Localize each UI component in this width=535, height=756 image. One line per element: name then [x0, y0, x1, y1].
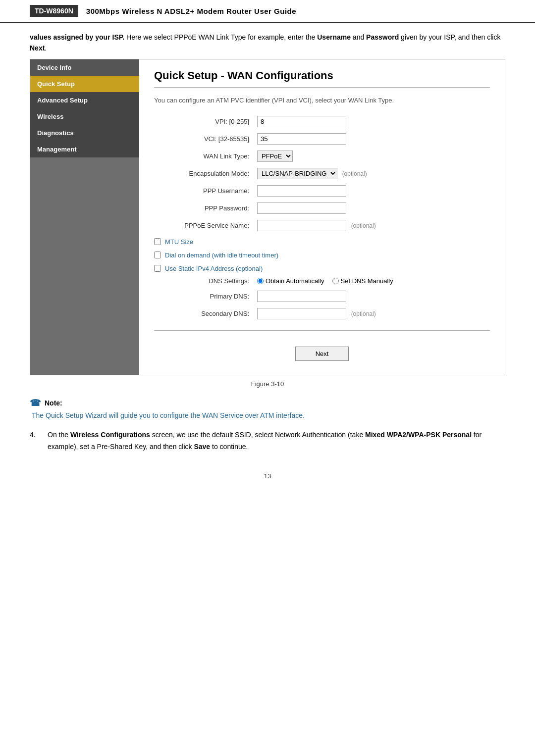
- sidebar-item-quick-setup[interactable]: Quick Setup: [30, 76, 139, 92]
- pppoe-service-optional: (optional): [351, 222, 376, 229]
- mtu-label: MTU Size: [165, 238, 193, 246]
- vci-value-cell: [253, 130, 490, 148]
- dns-radio-row: Obtain Automatically Set DNS Manually: [257, 277, 486, 285]
- page-title: Quick Setup - WAN Configurations: [154, 69, 490, 88]
- encap-value-cell: LLC/SNAP-BRIDGING (optional): [253, 165, 490, 182]
- intro-text-2: Here we select PPPoE WAN Link Type for e…: [124, 33, 317, 41]
- step-bold-2: Mixed WPA2/WPA-PSK Personal: [365, 431, 472, 439]
- encap-row: Encapsulation Mode: LLC/SNAP-BRIDGING (o…: [154, 165, 490, 182]
- note-icon: ☎: [30, 398, 41, 408]
- encap-label: Encapsulation Mode:: [154, 165, 253, 182]
- vci-row: VCI: [32-65535]: [154, 130, 490, 148]
- dns-auto-radio[interactable]: [257, 278, 264, 284]
- encap-select[interactable]: LLC/SNAP-BRIDGING: [257, 168, 337, 179]
- dns-auto-label[interactable]: Obtain Automatically: [257, 277, 324, 285]
- secondary-dns-value-cell: (optional): [253, 305, 490, 322]
- ppp-password-value-cell: [253, 200, 490, 217]
- wan-link-row: WAN Link Type: PFPoE: [154, 148, 490, 165]
- secondary-dns-input[interactable]: [257, 308, 346, 319]
- page-number: 13: [0, 472, 535, 480]
- dial-checkbox[interactable]: [154, 252, 161, 258]
- primary-dns-input[interactable]: [257, 291, 346, 302]
- step-number: 4.: [30, 429, 42, 453]
- primary-dns-row: Primary DNS:: [154, 288, 490, 305]
- intro-bold-values: values assigned by your ISP.: [30, 33, 124, 41]
- step-text-1: On the: [48, 431, 70, 439]
- ppp-username-label: PPP Username:: [154, 182, 253, 200]
- dns-radio-cell: Obtain Automatically Set DNS Manually: [253, 274, 490, 288]
- page-header: TD-W8960N 300Mbps Wireless N ADSL2+ Mode…: [0, 0, 535, 23]
- pppoe-service-label: PPPoE Service Name:: [154, 217, 253, 234]
- ppp-password-row: PPP Password:: [154, 200, 490, 217]
- form-table: VPI: [0-255] VCI: [32-65535] WAN Link Ty…: [154, 113, 490, 234]
- intro-paragraph: values assigned by your ISP. Here we sel…: [0, 23, 535, 59]
- sidebar: Device Info Quick Setup Advanced Setup W…: [30, 59, 139, 375]
- intro-bold-next: Next: [30, 44, 45, 52]
- encap-optional: (optional): [342, 170, 367, 177]
- dns-settings-row: DNS Settings: Obtain Automatically Set D…: [154, 274, 490, 288]
- pppoe-service-input[interactable]: [257, 220, 346, 231]
- note-section: ☎ Note: The Quick Setup Wizard will guid…: [30, 398, 505, 419]
- intro-bold-username: Username: [317, 33, 351, 41]
- note-text: The Quick Setup Wizard will guide you to…: [32, 411, 505, 419]
- sidebar-item-device-info[interactable]: Device Info: [30, 59, 139, 76]
- step-text-2: screen, we use the default SSID, select …: [150, 431, 365, 439]
- static-checkbox-row[interactable]: Use Static IPv4 Address (optional): [154, 261, 490, 274]
- vci-label: VCI: [32-65535]: [154, 130, 253, 148]
- content-area: Quick Setup - WAN Configurations You can…: [139, 59, 505, 375]
- wan-link-select[interactable]: PFPoE: [257, 151, 293, 162]
- note-header: ☎ Note:: [30, 398, 505, 408]
- secondary-dns-label: Secondary DNS:: [154, 305, 253, 322]
- secondary-dns-row: Secondary DNS: (optional): [154, 305, 490, 322]
- mtu-checkbox[interactable]: [154, 238, 161, 245]
- intro-bold-password: Password: [366, 33, 399, 41]
- static-label: Use Static IPv4 Address (optional): [165, 265, 263, 272]
- wan-link-value-cell: PFPoE: [253, 148, 490, 165]
- sidebar-item-wireless[interactable]: Wireless: [30, 108, 139, 125]
- dns-settings-label: DNS Settings:: [154, 274, 253, 288]
- dns-manual-label[interactable]: Set DNS Manually: [332, 277, 393, 285]
- step-text-4: to continue.: [210, 443, 248, 451]
- document-title: 300Mbps Wireless N ADSL2+ Modem Router U…: [86, 7, 296, 15]
- ppp-username-value-cell: [253, 182, 490, 200]
- secondary-dns-optional: (optional): [351, 310, 376, 317]
- dial-checkbox-row[interactable]: Dial on demand (with idle timeout timer): [154, 248, 490, 261]
- main-panel: Device Info Quick Setup Advanced Setup W…: [30, 59, 505, 375]
- sidebar-item-diagnostics[interactable]: Diagnostics: [30, 125, 139, 141]
- vpi-label: VPI: [0-255]: [154, 113, 253, 130]
- step-bold-1: Wireless Configurations: [70, 431, 150, 439]
- static-checkbox[interactable]: [154, 265, 161, 272]
- dns-form-table: DNS Settings: Obtain Automatically Set D…: [154, 274, 490, 322]
- ppp-password-input[interactable]: [257, 202, 346, 214]
- dial-label: Dial on demand (with idle timeout timer): [165, 252, 278, 259]
- ppp-username-row: PPP Username:: [154, 182, 490, 200]
- vpi-value-cell: [253, 113, 490, 130]
- mtu-checkbox-row[interactable]: MTU Size: [154, 234, 490, 248]
- step-4-text: On the Wireless Configurations screen, w…: [48, 429, 505, 453]
- model-badge: TD-W8960N: [30, 5, 78, 17]
- vci-input[interactable]: [257, 133, 346, 145]
- primary-dns-value-cell: [253, 288, 490, 305]
- ppp-username-input[interactable]: [257, 185, 346, 197]
- intro-text-4: and: [351, 33, 366, 41]
- figure-caption: Figure 3-10: [30, 380, 505, 388]
- pppoe-service-row: PPPoE Service Name: (optional): [154, 217, 490, 234]
- next-button[interactable]: Next: [295, 347, 349, 361]
- vpi-input[interactable]: [257, 116, 346, 127]
- sidebar-item-management[interactable]: Management: [30, 141, 139, 157]
- note-label: Note:: [45, 399, 62, 407]
- intro-text-6: given by your ISP, and then click: [399, 33, 500, 41]
- ppp-password-label: PPP Password:: [154, 200, 253, 217]
- sidebar-item-advanced-setup[interactable]: Advanced Setup: [30, 92, 139, 108]
- info-text: You can configure an ATM PVC identifier …: [154, 97, 490, 104]
- dns-manual-text: Set DNS Manually: [341, 277, 393, 285]
- separator: [154, 330, 490, 331]
- dns-manual-radio[interactable]: [332, 278, 339, 284]
- button-row: Next: [154, 339, 490, 365]
- intro-text-8: .: [45, 44, 47, 52]
- dns-auto-text: Obtain Automatically: [266, 277, 324, 285]
- step-4-section: 4. On the Wireless Configurations screen…: [30, 429, 505, 453]
- step-bold-3: Save: [194, 443, 210, 451]
- pppoe-service-value-cell: (optional): [253, 217, 490, 234]
- wan-link-label: WAN Link Type:: [154, 148, 253, 165]
